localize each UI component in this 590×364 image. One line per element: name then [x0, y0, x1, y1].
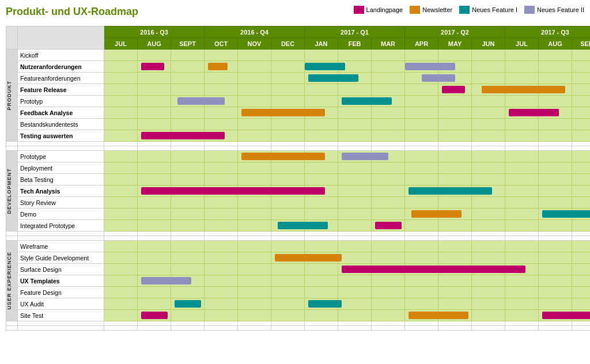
legend-color: [410, 6, 420, 14]
grid-cell: [271, 61, 305, 73]
grid-cell: [572, 252, 591, 264]
gantt-row: [6, 326, 591, 331]
grid-cell: [572, 275, 591, 287]
month-header: MAY: [438, 38, 472, 50]
grid-cell: [438, 241, 472, 252]
grid-cell: [505, 298, 539, 310]
month-header: NOV: [238, 38, 271, 50]
grid-cell: [171, 241, 205, 252]
grid-cell: [171, 287, 205, 298]
grid-cell: [271, 287, 305, 298]
grid-cell: [205, 241, 238, 252]
grid-cell: [305, 275, 338, 287]
title-area: Produkt- und UX-Roadmap LandingpageNewsl…: [6, 6, 584, 22]
grid-cell: [238, 50, 271, 61]
month-header: JAN: [305, 38, 338, 50]
grid-cell: [338, 220, 372, 232]
gantt-bar: [175, 300, 201, 308]
gantt-bar: [409, 312, 468, 319]
grid-cell: [305, 174, 338, 185]
grid-cell: [138, 84, 171, 96]
grid-cell: [572, 96, 591, 107]
row-label: Tech Analysis: [18, 185, 104, 197]
grid-cell: [271, 84, 305, 96]
grid-cell: [572, 119, 591, 130]
grid-cell: [238, 287, 271, 298]
grid-cell: [539, 162, 572, 174]
gantt-bar: [542, 312, 590, 319]
legend-item: Neues Feature I: [459, 6, 517, 14]
grid-cell: [205, 151, 238, 162]
grid-cell: [104, 73, 138, 84]
grid-cell: [205, 119, 238, 130]
grid-cell: [372, 130, 405, 142]
grid-cell: [472, 275, 505, 287]
grid-cell: [572, 197, 591, 208]
row-label: Featureanforderungen: [18, 73, 104, 84]
grid-cell: [338, 84, 372, 96]
grid-cell: [372, 174, 405, 185]
grid-cell: [338, 119, 372, 130]
grid-cell: [138, 220, 171, 232]
grid-cell: [572, 61, 591, 73]
grid-cell: [472, 107, 505, 119]
quarter-header-row: 2016 - Q32016 - Q42017 - Q12017 - Q22017…: [6, 26, 591, 38]
grid-cell: [539, 208, 572, 220]
gantt-row: Demo: [6, 208, 591, 220]
grid-cell: [205, 220, 238, 232]
grid-cell: [305, 130, 338, 142]
gantt-row: [6, 236, 591, 241]
grid-cell: [104, 174, 138, 185]
grid-cell: [238, 119, 271, 130]
grid-cell: [539, 73, 572, 84]
gantt-row: Featureanforderungen: [6, 73, 591, 84]
grid-cell: [138, 151, 171, 162]
grid-cell: [472, 197, 505, 208]
section-label: USER EXPERIENCE: [6, 241, 18, 321]
grid-cell: [271, 119, 305, 130]
grid-cell: [238, 73, 271, 84]
grid-cell: [438, 96, 472, 107]
grid-cell: [338, 107, 372, 119]
legend-label: Neues Feature I: [472, 6, 517, 13]
row-label: Nutzeranforderungen: [18, 61, 104, 73]
grid-cell: [505, 130, 539, 142]
grid-cell: [572, 264, 591, 275]
row-label: Feature Design: [18, 287, 104, 298]
gantt-row: UX Audit: [6, 298, 591, 310]
legend-color: [354, 6, 364, 14]
grid-cell: [138, 61, 171, 73]
section-label: PRODUKT: [6, 50, 18, 142]
grid-cell: [238, 96, 271, 107]
grid-cell: [338, 197, 372, 208]
grid-cell: [572, 241, 591, 252]
grid-cell: [104, 151, 138, 162]
month-header: OCT: [205, 38, 238, 50]
grid-cell: [305, 197, 338, 208]
quarter-header: 2017 - Q1: [305, 26, 405, 38]
row-label: UX Audit: [18, 298, 104, 310]
grid-cell: [138, 96, 171, 107]
gantt-bar: [375, 222, 402, 229]
grid-cell: [171, 107, 205, 119]
grid-cell: [205, 61, 238, 73]
gantt-bar: [411, 210, 462, 218]
grid-cell: [505, 185, 539, 197]
grid-cell: [138, 130, 171, 142]
grid-cell: [372, 185, 405, 197]
month-header: APR: [405, 38, 438, 50]
grid-cell: [104, 162, 138, 174]
grid-cell: [505, 107, 539, 119]
grid-cell: [338, 241, 372, 252]
grid-cell: [405, 298, 438, 310]
grid-cell: [205, 84, 238, 96]
quarter-header: 2016 - Q3: [104, 26, 205, 38]
month-header: JUL: [104, 38, 138, 50]
grid-cell: [405, 197, 438, 208]
row-label: Demo: [18, 208, 104, 220]
grid-cell: [138, 275, 171, 287]
grid-cell: [539, 275, 572, 287]
grid-cell: [372, 119, 405, 130]
grid-cell: [205, 264, 238, 275]
grid-cell: [539, 130, 572, 142]
